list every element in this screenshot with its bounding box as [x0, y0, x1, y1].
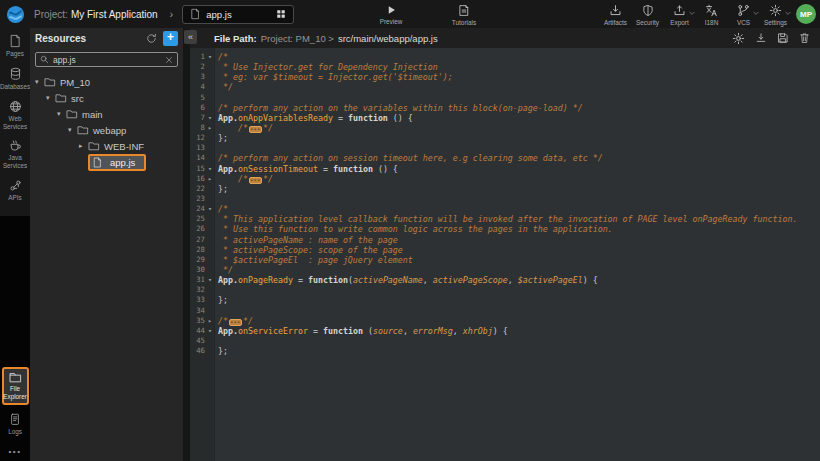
fold-open-icon[interactable]: ▾ — [205, 326, 215, 336]
tree-row-pm_10[interactable]: ▾PM_10 — [30, 74, 183, 90]
code-line[interactable]: 8▸ /*•••*/ — [190, 123, 820, 133]
code-line[interactable]: 22}; — [190, 184, 820, 194]
download-file-icon[interactable] — [755, 32, 767, 44]
code-line[interactable]: 30 */ — [190, 265, 820, 275]
fold-open-icon[interactable]: ▾ — [205, 113, 215, 123]
code-line[interactable]: 15▾App.onSessionTimeout = function () { — [190, 164, 820, 174]
chevron-down-icon[interactable]: ▾ — [46, 94, 55, 102]
sidebar-item-label: Databases — [0, 83, 30, 91]
fold-open-icon[interactable]: ▾ — [205, 204, 215, 214]
folded-code-badge[interactable]: ••• — [249, 126, 262, 133]
tutorials-button[interactable]: Tutorials — [438, 4, 490, 26]
add-resource-button[interactable]: + — [163, 31, 178, 46]
fold-open-icon[interactable]: ▾ — [205, 275, 215, 285]
code-line[interactable]: 46}; — [190, 346, 820, 356]
code-line[interactable]: 32 — [190, 285, 820, 295]
wavemaker-logo-icon[interactable] — [0, 5, 30, 24]
chevron-right-icon[interactable]: ▸ — [79, 142, 88, 150]
code-text — [215, 306, 218, 316]
tree-row-webapp[interactable]: ▾webapp — [30, 122, 183, 138]
delete-file-icon[interactable] — [799, 32, 810, 44]
code-line[interactable]: 28 * activePageScope: scope of the page — [190, 245, 820, 255]
fold-open-icon[interactable]: ▾ — [205, 52, 215, 62]
topbar-action-i18n[interactable]: I18N — [697, 4, 726, 26]
code-line[interactable]: 34 — [190, 306, 820, 316]
sidebar-item-logs[interactable]: Logs — [8, 413, 22, 436]
code-line[interactable]: 24▾/* — [190, 204, 820, 214]
chevron-down-icon — [753, 11, 759, 16]
code-line[interactable]: 13 — [190, 143, 820, 153]
code-line[interactable]: 45 — [190, 336, 820, 346]
code-line[interactable]: 25 * This application level callback fun… — [190, 214, 820, 224]
code-line[interactable]: 31▾App.onPageReady = function(activePage… — [190, 275, 820, 285]
code-line[interactable]: 44▾App.onServiceError = function (source… — [190, 326, 820, 336]
fold-closed-icon[interactable]: ▸ — [205, 316, 215, 326]
code-line[interactable]: 7▾App.onAppVariablesReady = function () … — [190, 113, 820, 123]
preview-button[interactable]: Preview — [366, 4, 416, 25]
clear-search-icon[interactable] — [165, 56, 173, 64]
code-line[interactable]: 26 * Use this function to write common l… — [190, 224, 820, 234]
database-icon — [9, 67, 22, 81]
selected-file-highlight[interactable]: app.js — [88, 154, 146, 171]
breadcrumb-chevron-icon[interactable]: › — [170, 8, 174, 20]
chevron-down-icon[interactable]: ▾ — [68, 126, 77, 134]
fold-spacer — [205, 93, 215, 103]
resource-search-input[interactable]: app.js — [35, 52, 178, 67]
code-line[interactable]: 35▸/*•••*/ — [190, 316, 820, 326]
sidebar-item-apis[interactable]: APIs — [0, 179, 30, 202]
sidebar-item-databases[interactable]: Databases — [0, 67, 30, 91]
refresh-icon[interactable] — [146, 33, 157, 44]
save-file-icon[interactable] — [777, 32, 789, 44]
topbar-action-vcs[interactable]: VCS — [729, 4, 758, 26]
code-text: * Use this function to write common logi… — [215, 224, 613, 234]
fold-spacer — [205, 82, 215, 92]
code-line[interactable]: 16▸ /*•••*/ — [190, 174, 820, 184]
folded-code-badge[interactable]: ••• — [249, 177, 262, 184]
fold-closed-icon[interactable]: ▸ — [205, 123, 215, 133]
chevron-down-icon[interactable]: ▾ — [35, 78, 44, 86]
collapse-panel-button[interactable]: « — [184, 30, 197, 44]
code-line[interactable]: 5 — [190, 93, 820, 103]
folded-code-badge[interactable]: ••• — [229, 319, 242, 326]
code-line[interactable]: 4 */ — [190, 82, 820, 92]
open-file-tab[interactable]: app.js — [182, 5, 294, 24]
code-line[interactable]: 23 — [190, 194, 820, 204]
file-path-label: File Path: — [214, 33, 257, 44]
topbar-action-artifacts[interactable]: Artifacts — [601, 4, 630, 26]
topbar-action-export[interactable]: Export — [665, 4, 694, 26]
tree-row-web-inf[interactable]: ▸WEB-INF — [30, 138, 183, 154]
fold-open-icon[interactable]: ▾ — [205, 164, 215, 174]
tree-row-src[interactable]: ▾src — [30, 90, 183, 106]
sidebar-item-web-services[interactable]: Web Services — [0, 100, 30, 131]
more-options-button[interactable]: ••• — [9, 447, 22, 456]
sidebar-item-java-services[interactable]: Java Services — [0, 139, 30, 170]
chevron-down-icon[interactable]: ▾ — [57, 110, 66, 118]
line-number: 14 — [190, 153, 205, 163]
code-line[interactable]: 3 * eg: var $timeout = Injector.get('$ti… — [190, 72, 820, 82]
line-number: 12 — [190, 133, 205, 143]
code-text: /* perform any action on the variables w… — [215, 103, 583, 113]
code-text: * Use Injector.get for Dependency Inject… — [215, 62, 438, 72]
code-line[interactable]: 33}; — [190, 295, 820, 305]
code-line[interactable]: 6/* perform any action on the variables … — [190, 103, 820, 113]
editor-settings-icon[interactable] — [732, 32, 745, 45]
line-number: 34 — [190, 306, 205, 316]
code-line[interactable]: 12}; — [190, 133, 820, 143]
sidebar-item-file-explorer[interactable]: File Explorer — [2, 367, 29, 405]
fold-closed-icon[interactable]: ▸ — [205, 174, 215, 184]
topbar-action-security[interactable]: Security — [633, 4, 662, 26]
tree-row-app.js[interactable]: app.js — [30, 154, 183, 170]
panel-divider[interactable] — [183, 28, 190, 461]
code-line[interactable]: 27 * activePageName : name of the page — [190, 235, 820, 245]
project-label: Project: — [34, 9, 68, 20]
user-avatar[interactable]: MP — [796, 4, 816, 24]
code-area[interactable]: 1▾/*2 * Use Injector.get for Dependency … — [190, 48, 820, 461]
sidebar-item-pages[interactable]: Pages — [0, 34, 30, 58]
code-line[interactable]: 1▾/* — [190, 52, 820, 62]
tree-row-main[interactable]: ▾main — [30, 106, 183, 122]
topbar-action-settings[interactable]: Settings — [761, 4, 790, 26]
grid-icon[interactable] — [276, 9, 286, 19]
code-line[interactable]: 14/* perform any action on session timeo… — [190, 153, 820, 163]
code-line[interactable]: 29 * $activePageEl : page jQuery element — [190, 255, 820, 265]
code-line[interactable]: 2 * Use Injector.get for Dependency Inje… — [190, 62, 820, 72]
